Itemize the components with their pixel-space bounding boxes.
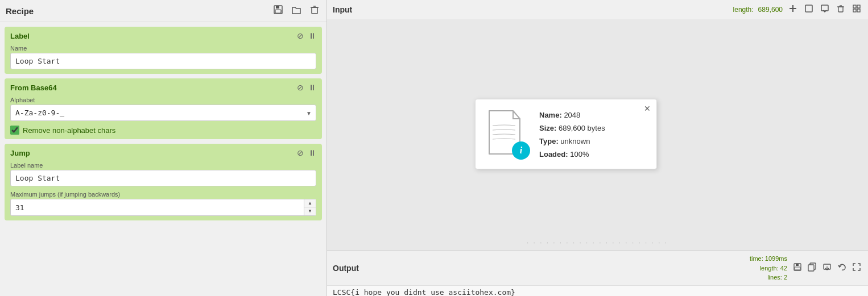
svg-rect-16 — [853, 9, 856, 12]
max-jumps-decrement[interactable]: ▼ — [304, 207, 316, 215]
alphabet-select[interactable]: A-Za-z0-9-_ A-Za-z0-9+/ — [10, 105, 316, 121]
label-disable-icon[interactable]: ⊘ — [297, 31, 304, 40]
svg-rect-17 — [857, 9, 860, 12]
import-button[interactable] — [819, 3, 830, 16]
export-icon — [822, 262, 832, 272]
input-header-right: length: 689,600 — [733, 3, 862, 16]
svg-rect-22 — [808, 265, 814, 271]
svg-rect-9 — [821, 5, 828, 11]
label-card-title: Label — [10, 32, 297, 40]
svg-rect-2 — [275, 10, 281, 13]
input-section: Input length: 689,600 — [327, 0, 868, 251]
jump-card-title: Jump — [10, 149, 297, 157]
svg-rect-20 — [795, 267, 800, 270]
save-button[interactable] — [272, 3, 284, 18]
recipe-title: Recipe — [6, 6, 272, 16]
popup-name-value: 2048 — [564, 111, 580, 119]
length-label: length: — [733, 6, 754, 14]
label-name-input[interactable] — [10, 53, 316, 69]
expand-output-button[interactable] — [851, 261, 862, 275]
new-tab-button[interactable] — [803, 3, 815, 16]
recipe-header: Recipe — [0, 0, 326, 22]
add-input-button[interactable] — [787, 3, 799, 16]
label-name-field-label: Label name — [10, 162, 316, 169]
recipe-body: Label ⊘ ⏸ Name From Base64 ⊘ ⏸ Alphabet — [0, 22, 326, 296]
time-label: time: — [750, 255, 763, 262]
label-name-label: Name — [10, 45, 316, 52]
length-value: 689,600 — [758, 6, 783, 14]
output-content: LCSC{i_hope_you_didnt_use_asciitohex.com… — [327, 285, 868, 297]
base64-pause-icon[interactable]: ⏸ — [308, 83, 316, 92]
grid-button[interactable] — [851, 3, 862, 16]
import-icon — [820, 4, 829, 13]
remove-nonalpha-checkbox-row[interactable]: Remove non-alphabet chars — [10, 126, 316, 135]
jump-card-header: Jump ⊘ ⏸ — [10, 148, 316, 157]
jump-pause-icon[interactable]: ⏸ — [308, 148, 316, 157]
max-jumps-spinners: ▲ ▼ — [304, 199, 316, 215]
info-circle-icon: i — [512, 141, 530, 160]
copy-icon — [808, 262, 817, 272]
export-output-button[interactable] — [821, 261, 833, 275]
max-jumps-increment[interactable]: ▲ — [304, 199, 316, 207]
save-output-icon — [793, 262, 802, 272]
delete-recipe-button[interactable] — [308, 3, 321, 18]
right-panel: Input length: 689,600 — [327, 0, 868, 296]
jump-disable-icon[interactable]: ⊘ — [297, 148, 304, 157]
recipe-header-icons — [272, 3, 321, 18]
alphabet-label: Alphabet — [10, 97, 316, 103]
label-pause-icon[interactable]: ⏸ — [308, 31, 316, 40]
folder-icon — [291, 5, 301, 15]
jump-card-actions: ⊘ ⏸ — [297, 148, 316, 157]
file-info-details: Name: 2048 Size: 689,600 bytes Type: unk… — [539, 109, 605, 159]
copy-output-button[interactable] — [807, 261, 818, 275]
popup-type-row: Type: unknown — [539, 137, 605, 145]
from-base64-card: From Base64 ⊘ ⏸ Alphabet A-Za-z0-9-_ A-Z… — [5, 78, 322, 139]
svg-rect-3 — [312, 7, 317, 14]
divider-dots: · · · · · · · · · · · · · · · · · · · · … — [327, 237, 868, 248]
base64-disable-icon[interactable]: ⊘ — [297, 83, 304, 92]
lines-label: lines: — [767, 274, 782, 281]
label-card: Label ⊘ ⏸ Name — [5, 27, 322, 74]
jump-label-name-input[interactable] — [10, 170, 316, 186]
file-icon-wrapper: i — [485, 109, 530, 160]
output-icons — [792, 261, 862, 275]
svg-rect-19 — [796, 264, 799, 266]
from-base64-actions: ⊘ ⏸ — [297, 83, 316, 92]
popup-close-button[interactable]: ✕ — [644, 104, 651, 113]
save-output-button[interactable] — [792, 261, 803, 275]
alphabet-select-wrapper: A-Za-z0-9-_ A-Za-z0-9+/ ▼ — [10, 105, 316, 121]
save-icon — [273, 5, 283, 15]
file-info-popup: ✕ i Name: 2048 — [475, 99, 657, 169]
popup-type-value: unknown — [560, 137, 590, 145]
from-base64-title: From Base64 — [10, 84, 297, 92]
input-title: Input — [333, 5, 733, 14]
remove-nonalpha-checkbox[interactable] — [10, 126, 19, 135]
max-jumps-input-wrapper: ▲ ▼ — [10, 199, 316, 216]
delete-input-button[interactable] — [835, 3, 846, 16]
time-value: 1099ms — [765, 255, 787, 262]
output-title: Output — [333, 264, 750, 273]
svg-rect-1 — [276, 6, 279, 9]
input-header: Input length: 689,600 — [327, 0, 868, 19]
remove-nonalpha-label: Remove non-alphabet chars — [23, 126, 115, 135]
svg-rect-11 — [838, 7, 843, 12]
output-header: Output time: 1099ms length: 42 lines: 2 — [327, 251, 868, 285]
output-meta: time: 1099ms length: 42 lines: 2 — [750, 254, 787, 282]
folder-button[interactable] — [290, 3, 303, 18]
popup-size-row: Size: 689,600 bytes — [539, 124, 605, 132]
output-length-label: length: — [760, 265, 779, 272]
left-panel: Recipe — [0, 0, 327, 296]
undo-icon — [837, 262, 846, 272]
jump-card: Jump ⊘ ⏸ Label name Maximum jumps (if ju… — [5, 144, 322, 220]
output-length-value: 42 — [780, 265, 787, 272]
undo-output-button[interactable] — [836, 261, 848, 275]
max-jumps-label: Maximum jumps (if jumping backwards) — [10, 191, 316, 198]
new-file-icon — [804, 4, 813, 13]
input-area: ✕ i Name: 2048 — [327, 19, 868, 251]
label-card-actions: ⊘ ⏸ — [297, 31, 316, 40]
svg-rect-14 — [853, 5, 856, 8]
svg-rect-15 — [857, 5, 860, 8]
trash-icon — [309, 5, 320, 15]
max-jumps-input[interactable] — [11, 200, 304, 215]
grid-icon — [852, 4, 861, 13]
